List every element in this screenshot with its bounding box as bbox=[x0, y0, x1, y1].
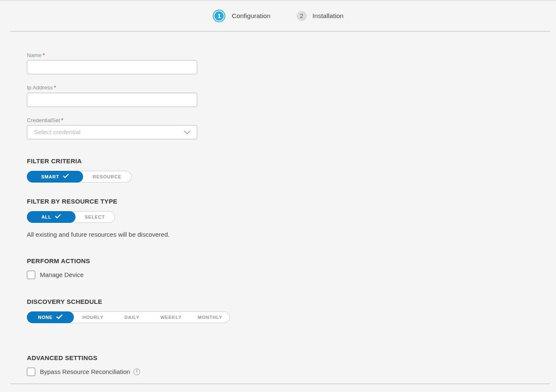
bypass-reconciliation-label: Bypass Resource Reconciliation bbox=[40, 368, 130, 375]
name-label: Name* bbox=[27, 52, 556, 58]
check-icon bbox=[55, 214, 61, 220]
configuration-form: Name* Ip Address* CredentialSet* Select … bbox=[0, 31, 556, 376]
filter-criteria-heading: FILTER CRITERIA bbox=[27, 157, 556, 165]
advanced-settings-heading: ADVANCED SETTINGS bbox=[27, 354, 556, 361]
check-icon bbox=[63, 174, 69, 179]
credential-set-field-group: CredentialSet* Select credential bbox=[27, 118, 556, 139]
discovery-schedule-toggle: NONE HOURLY DAILY WEEKLY MONTHLY bbox=[27, 311, 230, 323]
resource-type-description: All existing and future resources will b… bbox=[27, 231, 556, 238]
step-1-circle: 1 bbox=[214, 10, 224, 21]
filter-by-resource-type-heading: FILTER BY RESOURCE TYPE bbox=[27, 198, 556, 205]
perform-actions-section: PERFORM ACTIONS Manage Device bbox=[27, 257, 556, 279]
step-installation[interactable]: 2 Installation bbox=[297, 11, 344, 21]
step-2-number: 2 bbox=[300, 13, 303, 19]
step-1-number: 1 bbox=[217, 13, 221, 19]
resource-type-toggle: ALL SELECT bbox=[27, 211, 115, 223]
ip-address-input[interactable] bbox=[27, 93, 197, 107]
filter-by-resource-type-section: FILTER BY RESOURCE TYPE ALL SELECT All e… bbox=[27, 198, 556, 238]
manage-device-checkbox[interactable] bbox=[27, 271, 35, 279]
required-marker: * bbox=[43, 52, 45, 58]
step-2-circle: 2 bbox=[297, 11, 307, 21]
step-2-label: Installation bbox=[313, 12, 344, 20]
required-marker: * bbox=[61, 117, 63, 123]
credential-set-select[interactable]: Select credential bbox=[27, 125, 197, 139]
info-icon[interactable]: ! bbox=[133, 368, 140, 375]
discovery-schedule-heading: DISCOVERY SCHEDULE bbox=[27, 298, 556, 305]
credential-set-label: CredentialSet* bbox=[27, 118, 556, 123]
advanced-settings-section: ADVANCED SETTINGS Bypass Resource Reconc… bbox=[27, 354, 556, 376]
schedule-option-hourly[interactable]: HOURLY bbox=[73, 312, 112, 323]
check-icon bbox=[56, 314, 63, 320]
required-marker: * bbox=[54, 84, 56, 91]
bypass-reconciliation-row: Bypass Resource Reconciliation ! bbox=[27, 368, 556, 376]
schedule-option-none[interactable]: NONE bbox=[27, 311, 74, 323]
ip-address-field-group: Ip Address* bbox=[27, 85, 556, 107]
schedule-option-daily[interactable]: DAILY bbox=[112, 312, 151, 323]
manage-device-label: Manage Device bbox=[40, 271, 84, 278]
footer-divider bbox=[10, 384, 550, 384]
name-field-group: Name* bbox=[27, 52, 556, 74]
resource-type-option-select[interactable]: SELECT bbox=[75, 212, 115, 222]
filter-criteria-option-smart[interactable]: SMART bbox=[27, 171, 83, 183]
discovery-schedule-section: DISCOVERY SCHEDULE NONE HOURLY DAILY WEE… bbox=[27, 298, 556, 323]
wizard-stepper: 1 Configuration 2 Installation bbox=[0, 1, 556, 31]
filter-criteria-option-resource[interactable]: RESOURCE bbox=[83, 171, 131, 182]
credential-set-placeholder: Select credential bbox=[34, 128, 81, 136]
schedule-option-weekly[interactable]: WEEKLY bbox=[151, 312, 191, 323]
resource-type-option-all[interactable]: ALL bbox=[27, 211, 76, 223]
ip-address-label: Ip Address* bbox=[27, 85, 556, 91]
manage-device-row: Manage Device bbox=[27, 271, 556, 279]
chevron-down-icon bbox=[184, 128, 191, 136]
filter-criteria-toggle: SMART RESOURCE bbox=[27, 171, 132, 183]
filter-criteria-section: FILTER CRITERIA SMART RESOURCE bbox=[27, 157, 556, 183]
bypass-reconciliation-checkbox[interactable] bbox=[27, 368, 35, 376]
name-input[interactable] bbox=[27, 60, 197, 74]
perform-actions-heading: PERFORM ACTIONS bbox=[27, 257, 556, 264]
step-configuration[interactable]: 1 Configuration bbox=[212, 9, 270, 23]
schedule-option-monthly[interactable]: MONTHLY bbox=[191, 312, 230, 323]
step-1-label: Configuration bbox=[232, 12, 270, 20]
discovery-configuration-page: 1 Configuration 2 Installation Name* Ip … bbox=[0, 1, 556, 392]
